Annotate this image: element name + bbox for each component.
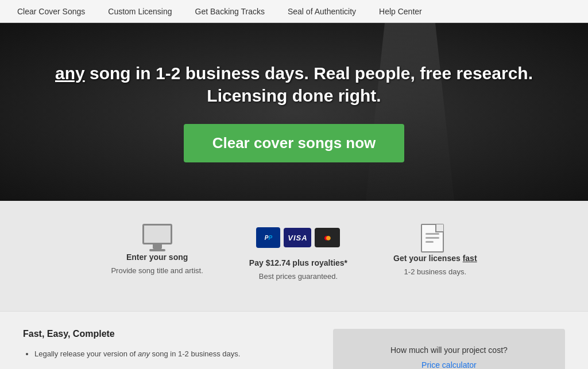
visa-icon: VISA	[284, 228, 311, 247]
feature-pay: PP VISA ● ● Pay $12.74 plus royalties* B…	[249, 224, 347, 282]
monitor-body	[142, 224, 172, 244]
monitor-stand	[153, 244, 162, 249]
pdf-lines	[422, 225, 443, 247]
bottom-section: Fast, Easy, Complete Legally release you…	[0, 311, 588, 370]
feature-pay-title: Pay $12.74 plus royalties*	[249, 258, 347, 267]
feature-get-licenses-desc: 1-2 business days.	[404, 266, 466, 278]
feature-get-licenses-title-prefix: Get your licenses	[393, 254, 463, 263]
pdf-line-3	[425, 241, 434, 243]
calc-question-text: How much will your project cost?	[390, 345, 508, 355]
nav-custom-licensing[interactable]: Custom Licensing	[96, 0, 183, 23]
paypal-icon: PP	[256, 227, 280, 248]
pdf-icon	[421, 224, 450, 253]
feature-enter-song-desc: Provide song title and artist.	[111, 265, 203, 277]
price-calculator-box: How much will your project cost? Price c…	[333, 329, 565, 370]
nav-seal-of-authenticity[interactable]: Seal of Authenticity	[276, 0, 368, 23]
nav-help-center[interactable]: Help Center	[368, 0, 434, 23]
pdf-line-1	[425, 233, 439, 235]
mastercard-icon: ● ●	[315, 228, 340, 247]
feature-pay-desc: Best prices guaranteed.	[259, 271, 338, 282]
hero-title-any: any	[55, 64, 85, 83]
payment-icons-group: PP VISA ● ●	[256, 224, 340, 251]
hero-title-rest: song in 1-2 business days. Real people, …	[85, 64, 533, 105]
bottom-features-list: Legally release your version of any song…	[23, 348, 316, 370]
bottom-section-title: Fast, Easy, Complete	[23, 329, 316, 339]
pdf-line-2	[425, 237, 439, 239]
price-calculator-link[interactable]: Price calculator	[421, 360, 477, 369]
mc-right-circle: ●	[325, 232, 331, 244]
feature-enter-song: Enter your song Provide song title and a…	[111, 224, 203, 282]
cta-button[interactable]: Clear cover songs now	[184, 124, 405, 162]
hero-content: any song in 1-2 business days. Real peop…	[0, 62, 588, 162]
nav-get-backing-tracks[interactable]: Get Backing Tracks	[184, 0, 276, 23]
any-italic: any	[138, 349, 150, 358]
feature-enter-song-title: Enter your song	[126, 253, 188, 262]
features-section: Enter your song Provide song title and a…	[0, 201, 588, 311]
pdf-document	[421, 224, 444, 253]
monitor-icon	[142, 224, 172, 251]
feature-get-licenses-title: Get your licenses fast	[393, 254, 477, 263]
monitor-base	[149, 249, 165, 251]
bottom-list-item-1: Legally release your version of any song…	[34, 348, 316, 360]
hero-title: any song in 1-2 business days. Real peop…	[34, 62, 554, 107]
feature-get-licenses: Get your licenses fast 1-2 business days…	[393, 224, 477, 282]
nav-clear-cover-songs[interactable]: Clear Cover Songs	[6, 0, 96, 23]
feature-get-licenses-title-fast: fast	[463, 254, 477, 263]
bottom-left-content: Fast, Easy, Complete Legally release you…	[23, 329, 316, 370]
main-nav: Clear Cover Songs Custom Licensing Get B…	[0, 0, 588, 23]
hero-section: any song in 1-2 business days. Real peop…	[0, 23, 588, 201]
